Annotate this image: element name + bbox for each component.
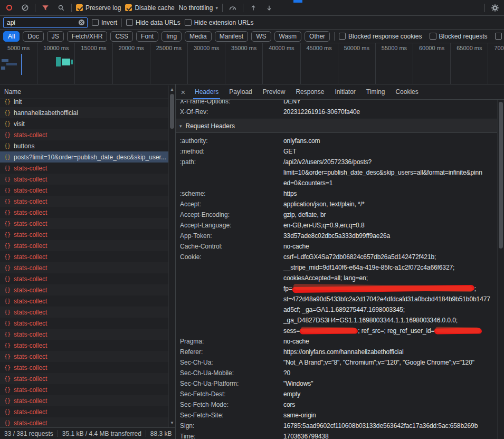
clear-filter-icon[interactable] xyxy=(78,19,85,26)
request-row-hannahelizabethofficial[interactable]: {}hannahelizabethofficial xyxy=(0,107,168,118)
request-row-buttons[interactable]: {}buttons xyxy=(0,140,168,151)
request-row-stats-collect[interactable]: {}stats-collect xyxy=(0,318,168,329)
request-row-stats-collect[interactable]: {}stats-collect xyxy=(0,196,168,207)
header-row: Sign:16785:5aad9602cf110608b03133de56364… xyxy=(176,421,498,431)
waterfall-activity-mark xyxy=(6,63,17,65)
network-conditions-button[interactable] xyxy=(227,2,239,14)
filter-input[interactable]: api xyxy=(3,17,88,28)
timeline-tick: 45000 ms xyxy=(301,43,338,84)
resource-chip-wasm[interactable]: Wasm xyxy=(274,31,302,42)
response-headers-tail: X-Frame-Options:DENYX-Of-Rev:20231226191… xyxy=(176,100,498,119)
header-value-line: _ga_D4827DS3H4=GS1.1.1698003344.1.1.1698… xyxy=(283,315,490,326)
resource-chip-all[interactable]: All xyxy=(3,31,20,42)
hide-extension-urls-checkbox[interactable]: Hide extension URLs xyxy=(185,19,254,26)
resource-chip-fetch-xhr[interactable]: Fetch/XHR xyxy=(67,31,108,42)
request-headers-section[interactable]: ▾ Request Headers xyxy=(176,119,498,133)
request-row-stats-collect[interactable]: {}stats-collect xyxy=(0,340,168,351)
request-row-stats-collect[interactable]: {}stats-collect xyxy=(0,284,168,295)
request-row-stats-collect[interactable]: {}stats-collect xyxy=(0,395,168,406)
disable-cache-checkbox[interactable]: Disable cache xyxy=(125,4,174,12)
scroll-up-icon[interactable]: ▲ xyxy=(169,87,175,93)
header-value-line: /api2/v2/users/20572336/posts? xyxy=(283,157,482,167)
resource-chip-ws[interactable]: WS xyxy=(251,31,271,42)
request-row-stats-collect[interactable]: {}stats-collect xyxy=(0,373,168,384)
request-row-stats-collect[interactable]: {}stats-collect xyxy=(0,362,168,373)
network-split-view: Name {}init{}hannahelizabethofficial{}vi… xyxy=(0,84,504,439)
invert-checkbox[interactable]: Invert xyxy=(92,19,117,26)
header-key: X-Of-Rev: xyxy=(180,107,283,117)
resource-chip-manifest[interactable]: Manifest xyxy=(215,31,248,42)
tab-preview[interactable]: Preview xyxy=(258,84,291,99)
resource-chip-media[interactable]: Media xyxy=(185,31,212,42)
detail-tabs-bar: × HeadersPayloadPreviewResponseInitiator… xyxy=(176,84,504,100)
checkbox-blocked-response-cookies[interactable]: Blocked response cookies xyxy=(339,33,422,40)
settings-button[interactable] xyxy=(489,2,501,14)
chevron-down-icon: ▾ xyxy=(215,5,218,11)
record-button[interactable] xyxy=(3,2,15,14)
resource-chip-doc[interactable]: Doc xyxy=(23,31,43,42)
script-icon: {} xyxy=(4,287,11,293)
import-har-button[interactable] xyxy=(248,2,259,14)
request-row-stats-collect[interactable]: {}stats-collect xyxy=(0,163,168,174)
request-row-stats-collect[interactable]: {}stats-collect xyxy=(0,129,168,140)
tab-headers[interactable]: Headers xyxy=(189,84,224,99)
tab-timing[interactable]: Timing xyxy=(361,84,391,99)
details-scrollbar[interactable] xyxy=(497,100,504,439)
request-row-stats-collect[interactable]: {}stats-collect xyxy=(0,174,168,185)
hide-data-urls-checkbox[interactable]: Hide data URLs xyxy=(126,19,180,26)
resource-chip-js[interactable]: JS xyxy=(47,31,64,42)
request-row-stats-collect[interactable]: {}stats-collect xyxy=(0,262,168,273)
timeline-overview[interactable]: 5000 ms10000 ms15000 ms20000 ms25000 ms3… xyxy=(0,43,504,84)
resource-filter-toolbar: AllDocJSFetch/XHRCSSFontImgMediaManifest… xyxy=(0,30,504,43)
waterfall-activity-mark xyxy=(2,59,8,62)
preserve-log-checkbox[interactable]: Preserve log xyxy=(76,4,121,12)
scroll-down-icon[interactable]: ▼ xyxy=(169,420,175,426)
resource-chip-img[interactable]: Img xyxy=(161,31,182,42)
tab-response[interactable]: Response xyxy=(290,84,329,99)
request-row-posts-limit-10-order-publish-date-desc-s[interactable]: {}posts?limit=10&order=publish_date_desc… xyxy=(0,151,168,163)
tab-cookies[interactable]: Cookies xyxy=(390,84,423,99)
throttling-dropdown[interactable]: No throttling ▾ xyxy=(179,4,218,12)
request-row-stats-collect[interactable]: {}stats-collect xyxy=(0,329,168,340)
upload-icon xyxy=(250,4,257,12)
resource-chip-other[interactable]: Other xyxy=(305,31,330,42)
request-row-stats-collect[interactable]: {}stats-collect xyxy=(0,185,168,196)
search-button[interactable] xyxy=(55,2,67,14)
request-row-stats-collect[interactable]: {}stats-collect xyxy=(0,384,168,395)
request-row-stats-collect[interactable]: {}stats-collect xyxy=(0,251,168,262)
header-row: Sec-Ch-Ua:"Not_A Brand";v="8", "Chromium… xyxy=(176,357,498,368)
request-name: stats-collect xyxy=(14,176,166,183)
request-row-stats-collect[interactable]: {}stats-collect xyxy=(0,351,168,362)
request-row-stats-collect[interactable]: {}stats-collect xyxy=(0,307,168,318)
resource-chip-css[interactable]: CSS xyxy=(110,31,133,42)
tab-payload[interactable]: Payload xyxy=(224,84,257,99)
request-row-init[interactable]: {}init xyxy=(0,99,168,107)
request-row-stats-collect[interactable]: {}stats-collect xyxy=(0,240,168,251)
request-row-stats-collect[interactable]: {}stats-collect xyxy=(0,295,168,307)
request-row-stats-collect[interactable]: {}stats-collect xyxy=(0,218,168,229)
close-details-button[interactable]: × xyxy=(177,88,189,97)
export-har-button[interactable] xyxy=(263,2,275,14)
request-name: stats-collect xyxy=(14,386,166,394)
resource-chip-font[interactable]: Font xyxy=(136,31,158,42)
checkbox-blocked-requests[interactable]: Blocked requests xyxy=(430,33,488,40)
clear-button[interactable] xyxy=(19,2,31,14)
requests-scrollbar[interactable]: ▲ ▼ xyxy=(168,85,175,427)
request-row-stats-collect[interactable]: {}stats-collect xyxy=(0,273,168,284)
header-key: Sec-Fetch-Site: xyxy=(180,410,283,421)
request-row-stats-collect[interactable]: {}stats-collect xyxy=(0,417,168,427)
column-header-name[interactable]: Name xyxy=(0,84,175,99)
scrollbar-thumb[interactable] xyxy=(170,94,174,129)
scrollbar-thumb[interactable] xyxy=(499,102,503,249)
checkbox-3rd-party-requests[interactable]: 3rd-party requests xyxy=(495,33,504,40)
request-row-visit[interactable]: {}visit xyxy=(0,118,168,129)
script-icon: {} xyxy=(4,354,11,359)
request-row-stats-collect[interactable]: {}stats-collect xyxy=(0,406,168,417)
request-row-stats-collect[interactable]: {}stats-collect xyxy=(0,207,168,218)
tab-initiator[interactable]: Initiator xyxy=(329,84,360,99)
throttling-value: No throttling xyxy=(179,4,213,12)
section-title: Request Headers xyxy=(186,122,235,130)
filter-toggle-button[interactable] xyxy=(40,2,51,14)
request-row-stats-collect[interactable]: {}stats-collect xyxy=(0,229,168,240)
request-name: stats-collect xyxy=(14,298,166,305)
